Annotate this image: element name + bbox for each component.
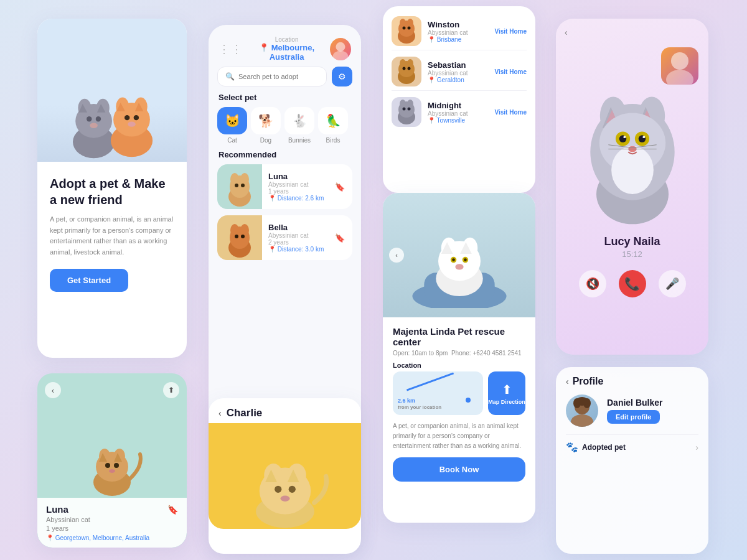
mute-button[interactable]: 🔇 bbox=[579, 270, 606, 297]
list-item-midnight: Midnight Abyssinian cat 📍 Townsville Vis… bbox=[392, 93, 527, 131]
pet-card-luna[interactable]: Luna Abyssinian cat 1 years 📍 Distance: … bbox=[217, 164, 352, 209]
caller-photo bbox=[661, 47, 698, 85]
svg-point-26 bbox=[109, 469, 115, 473]
location-pin-icon: 📍 bbox=[259, 43, 269, 52]
bella-bookmark-icon[interactable]: 🔖 bbox=[335, 233, 352, 243]
svg-point-47 bbox=[275, 486, 281, 493]
adopted-pet-row: 🐾 Adopted pet › bbox=[566, 434, 698, 453]
cat-icon-wrap: 🐱 bbox=[217, 107, 247, 134]
luna-pet-dist: 📍 Distance: 2.6 km bbox=[268, 195, 329, 202]
search-bar[interactable]: 🔍 bbox=[217, 67, 327, 86]
map-direction-button[interactable]: ⬆ Map Direction bbox=[488, 371, 525, 415]
svg-point-52 bbox=[400, 19, 406, 27]
svg-point-78 bbox=[452, 258, 455, 261]
profile-back-button[interactable]: ‹ bbox=[566, 376, 569, 386]
map-row: 2.6 km from your location ⬆ Map Directio… bbox=[393, 371, 525, 415]
menu-dots[interactable]: ⋮⋮ bbox=[218, 42, 243, 56]
bunnies-icon-wrap: 🐇 bbox=[284, 107, 314, 134]
svg-point-8 bbox=[90, 123, 98, 128]
pet-card-bella[interactable]: Bella Abyssinian cat 2 years 📍 Distance:… bbox=[217, 215, 352, 260]
filter-button[interactable]: ⚙ bbox=[332, 67, 352, 86]
svg-point-48 bbox=[288, 486, 295, 493]
winston-visit-link[interactable]: Visit Home bbox=[495, 28, 527, 35]
map-line bbox=[406, 372, 454, 391]
svg-point-16 bbox=[134, 115, 139, 120]
svg-point-97 bbox=[623, 136, 626, 138]
bella-info: Bella Abyssinian cat 2 years 📍 Distance:… bbox=[268, 217, 329, 259]
profile-label: Profile bbox=[573, 376, 604, 387]
sebastian-visit-link[interactable]: Visit Home bbox=[495, 68, 527, 75]
midnight-visit-link[interactable]: Visit Home bbox=[495, 109, 527, 116]
pet-types-row: 🐱 Cat 🐕 Dog 🐇 Bunnies 🦜 Birds bbox=[209, 107, 361, 150]
book-now-button[interactable]: Book Now bbox=[393, 457, 525, 482]
bella-pet-breed: Abyssinian cat bbox=[268, 232, 329, 239]
pet-type-bunnies[interactable]: 🐇 Bunnies bbox=[284, 107, 314, 144]
search-input[interactable] bbox=[238, 73, 319, 80]
map-preview: 2.6 km from your location bbox=[393, 371, 483, 415]
sebastian-breed: Abyssinian cat bbox=[428, 70, 489, 77]
user-avatar[interactable] bbox=[330, 38, 351, 60]
svg-point-60 bbox=[403, 67, 406, 70]
luna-info: Luna Abyssinian cat 1 years 📍 Distance: … bbox=[268, 166, 329, 208]
pet-type-cat[interactable]: 🐱 Cat bbox=[217, 107, 247, 144]
svg-point-58 bbox=[400, 59, 406, 68]
charlie-back-button[interactable]: ‹ bbox=[218, 408, 222, 418]
svg-point-65 bbox=[407, 100, 413, 108]
luna-breed: Abyssinian cat bbox=[46, 516, 178, 523]
midnight-thumbnail bbox=[392, 97, 421, 127]
charlie-header: ‹ Charlie bbox=[209, 398, 361, 423]
pet-type-birds[interactable]: 🦜 Birds bbox=[318, 107, 348, 144]
paw-icon: 🐾 bbox=[566, 441, 578, 453]
sebastian-name: Sebastian bbox=[428, 60, 489, 70]
svg-point-40 bbox=[241, 235, 245, 238]
svg-point-59 bbox=[407, 59, 413, 68]
sebastian-location: 📍 Geraldton bbox=[428, 77, 489, 83]
adopted-pet-left: 🐾 Adopted pet bbox=[566, 441, 626, 453]
svg-point-28 bbox=[333, 50, 348, 60]
svg-point-53 bbox=[407, 19, 413, 27]
svg-point-38 bbox=[240, 224, 249, 236]
adopted-arrow-icon[interactable]: › bbox=[695, 442, 698, 452]
get-started-button[interactable]: Get Started bbox=[50, 269, 128, 292]
rescue-description: A pet, or companion animal, is an animal… bbox=[383, 415, 535, 457]
pet-type-dog[interactable]: 🐕 Dog bbox=[251, 107, 281, 144]
caller-name: Lucy Naila bbox=[604, 235, 660, 248]
rescue-title: Majenta Linda Pet rescue center bbox=[393, 326, 525, 347]
back-button[interactable]: ‹ bbox=[45, 382, 61, 398]
recommended-label: Recommended bbox=[209, 150, 361, 164]
profile-card: ‹ Profile Daniel Bulker Edit profile 🐾 A… bbox=[556, 367, 708, 554]
svg-point-6 bbox=[87, 116, 92, 121]
map-dot bbox=[466, 398, 471, 403]
svg-point-49 bbox=[280, 496, 289, 502]
birds-icon-wrap: 🦜 bbox=[318, 107, 348, 134]
map-direction-label: Map Direction bbox=[488, 399, 525, 405]
bookmark-icon[interactable]: 🔖 bbox=[167, 505, 178, 515]
map-direction-icon: ⬆ bbox=[502, 382, 512, 397]
location-label: Location bbox=[243, 36, 330, 43]
rescue-hours: Open: 10am to 8pm Phone: +6240 4581 2541 bbox=[393, 350, 525, 357]
adopt-card: Adopt a pet & Make a new friend A pet, o… bbox=[37, 19, 187, 358]
map-distance-label: 2.6 km from your location bbox=[398, 398, 441, 410]
rescue-prev-button[interactable]: ‹ bbox=[389, 248, 404, 263]
edit-profile-button[interactable]: Edit profile bbox=[607, 410, 660, 424]
bella-pet-dist: 📍 Distance: 3.0 km bbox=[268, 246, 329, 253]
rescue-location-label: Location bbox=[393, 362, 525, 369]
search-icon: 🔍 bbox=[225, 72, 235, 81]
adopt-title: Adopt a pet & Make a new friend bbox=[50, 175, 174, 208]
svg-point-79 bbox=[464, 258, 467, 261]
svg-point-34 bbox=[241, 184, 245, 187]
svg-point-15 bbox=[125, 115, 129, 120]
luna-name: Luna bbox=[46, 504, 68, 515]
luna-bookmark-icon[interactable]: 🔖 bbox=[335, 182, 352, 192]
bella-pet-age: 2 years bbox=[268, 239, 329, 246]
speaker-button[interactable]: 🎤 bbox=[659, 270, 686, 297]
svg-point-105 bbox=[571, 414, 593, 427]
location-value: 📍 Melbourne, Australia bbox=[243, 43, 330, 62]
share-icon[interactable]: ⬆ bbox=[163, 382, 179, 398]
bella-pet-name: Bella bbox=[268, 223, 329, 232]
charlie-name: Charlie bbox=[227, 407, 263, 419]
svg-point-80 bbox=[455, 264, 463, 269]
bunnies-label: Bunnies bbox=[288, 137, 311, 144]
end-call-button[interactable]: 📞 bbox=[619, 270, 646, 297]
call-back-button[interactable]: ‹ bbox=[556, 19, 568, 37]
